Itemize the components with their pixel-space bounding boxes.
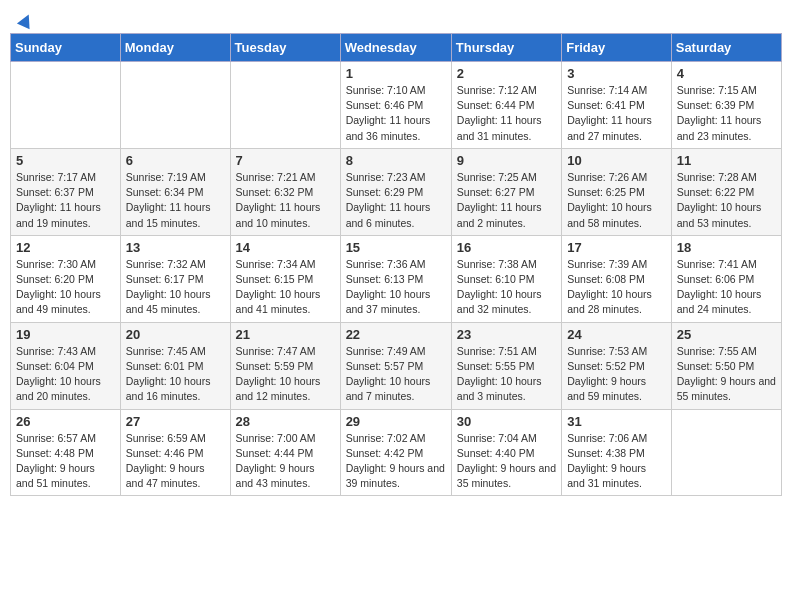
calendar-cell: 19Sunrise: 7:43 AM Sunset: 6:04 PM Dayli… (11, 322, 121, 409)
weekday-header: Wednesday (340, 34, 451, 62)
day-number: 30 (457, 414, 556, 429)
calendar-cell: 20Sunrise: 7:45 AM Sunset: 6:01 PM Dayli… (120, 322, 230, 409)
day-number: 12 (16, 240, 115, 255)
calendar-week-row: 26Sunrise: 6:57 AM Sunset: 4:48 PM Dayli… (11, 409, 782, 496)
day-number: 22 (346, 327, 446, 342)
calendar-cell: 3Sunrise: 7:14 AM Sunset: 6:41 PM Daylig… (562, 62, 672, 149)
day-info: Sunrise: 7:00 AM Sunset: 4:44 PM Dayligh… (236, 431, 335, 492)
calendar-cell: 13Sunrise: 7:32 AM Sunset: 6:17 PM Dayli… (120, 235, 230, 322)
day-number: 17 (567, 240, 666, 255)
day-number: 2 (457, 66, 556, 81)
day-info: Sunrise: 7:10 AM Sunset: 6:46 PM Dayligh… (346, 83, 446, 144)
day-info: Sunrise: 7:15 AM Sunset: 6:39 PM Dayligh… (677, 83, 776, 144)
calendar-cell: 6Sunrise: 7:19 AM Sunset: 6:34 PM Daylig… (120, 148, 230, 235)
day-info: Sunrise: 7:25 AM Sunset: 6:27 PM Dayligh… (457, 170, 556, 231)
day-info: Sunrise: 7:21 AM Sunset: 6:32 PM Dayligh… (236, 170, 335, 231)
day-number: 27 (126, 414, 225, 429)
day-info: Sunrise: 7:51 AM Sunset: 5:55 PM Dayligh… (457, 344, 556, 405)
day-number: 26 (16, 414, 115, 429)
calendar-cell: 7Sunrise: 7:21 AM Sunset: 6:32 PM Daylig… (230, 148, 340, 235)
day-info: Sunrise: 7:02 AM Sunset: 4:42 PM Dayligh… (346, 431, 446, 492)
calendar-week-row: 12Sunrise: 7:30 AM Sunset: 6:20 PM Dayli… (11, 235, 782, 322)
weekday-header: Sunday (11, 34, 121, 62)
day-number: 3 (567, 66, 666, 81)
calendar-cell: 27Sunrise: 6:59 AM Sunset: 4:46 PM Dayli… (120, 409, 230, 496)
calendar-cell: 22Sunrise: 7:49 AM Sunset: 5:57 PM Dayli… (340, 322, 451, 409)
day-info: Sunrise: 7:14 AM Sunset: 6:41 PM Dayligh… (567, 83, 666, 144)
day-number: 23 (457, 327, 556, 342)
calendar-cell (11, 62, 121, 149)
day-info: Sunrise: 7:55 AM Sunset: 5:50 PM Dayligh… (677, 344, 776, 405)
logo (16, 14, 33, 23)
calendar-cell: 21Sunrise: 7:47 AM Sunset: 5:59 PM Dayli… (230, 322, 340, 409)
day-info: Sunrise: 7:34 AM Sunset: 6:15 PM Dayligh… (236, 257, 335, 318)
day-number: 9 (457, 153, 556, 168)
calendar-cell: 25Sunrise: 7:55 AM Sunset: 5:50 PM Dayli… (671, 322, 781, 409)
day-info: Sunrise: 7:38 AM Sunset: 6:10 PM Dayligh… (457, 257, 556, 318)
weekday-header: Friday (562, 34, 672, 62)
calendar-cell: 17Sunrise: 7:39 AM Sunset: 6:08 PM Dayli… (562, 235, 672, 322)
day-number: 6 (126, 153, 225, 168)
calendar-cell: 23Sunrise: 7:51 AM Sunset: 5:55 PM Dayli… (451, 322, 561, 409)
day-info: Sunrise: 7:36 AM Sunset: 6:13 PM Dayligh… (346, 257, 446, 318)
day-info: Sunrise: 7:53 AM Sunset: 5:52 PM Dayligh… (567, 344, 666, 405)
calendar-table: SundayMondayTuesdayWednesdayThursdayFrid… (10, 33, 782, 496)
day-number: 10 (567, 153, 666, 168)
calendar-cell (120, 62, 230, 149)
day-number: 19 (16, 327, 115, 342)
calendar-week-row: 5Sunrise: 7:17 AM Sunset: 6:37 PM Daylig… (11, 148, 782, 235)
day-info: Sunrise: 7:41 AM Sunset: 6:06 PM Dayligh… (677, 257, 776, 318)
calendar-cell: 26Sunrise: 6:57 AM Sunset: 4:48 PM Dayli… (11, 409, 121, 496)
calendar-cell: 24Sunrise: 7:53 AM Sunset: 5:52 PM Dayli… (562, 322, 672, 409)
day-info: Sunrise: 7:30 AM Sunset: 6:20 PM Dayligh… (16, 257, 115, 318)
calendar-week-row: 19Sunrise: 7:43 AM Sunset: 6:04 PM Dayli… (11, 322, 782, 409)
day-info: Sunrise: 7:45 AM Sunset: 6:01 PM Dayligh… (126, 344, 225, 405)
day-info: Sunrise: 7:49 AM Sunset: 5:57 PM Dayligh… (346, 344, 446, 405)
weekday-header: Saturday (671, 34, 781, 62)
day-info: Sunrise: 7:47 AM Sunset: 5:59 PM Dayligh… (236, 344, 335, 405)
day-info: Sunrise: 7:04 AM Sunset: 4:40 PM Dayligh… (457, 431, 556, 492)
calendar-cell: 10Sunrise: 7:26 AM Sunset: 6:25 PM Dayli… (562, 148, 672, 235)
calendar-cell: 31Sunrise: 7:06 AM Sunset: 4:38 PM Dayli… (562, 409, 672, 496)
calendar-cell: 8Sunrise: 7:23 AM Sunset: 6:29 PM Daylig… (340, 148, 451, 235)
calendar-cell: 14Sunrise: 7:34 AM Sunset: 6:15 PM Dayli… (230, 235, 340, 322)
day-number: 11 (677, 153, 776, 168)
calendar-cell: 28Sunrise: 7:00 AM Sunset: 4:44 PM Dayli… (230, 409, 340, 496)
calendar-cell: 2Sunrise: 7:12 AM Sunset: 6:44 PM Daylig… (451, 62, 561, 149)
day-number: 24 (567, 327, 666, 342)
calendar-cell: 29Sunrise: 7:02 AM Sunset: 4:42 PM Dayli… (340, 409, 451, 496)
weekday-header: Thursday (451, 34, 561, 62)
day-number: 5 (16, 153, 115, 168)
day-info: Sunrise: 7:12 AM Sunset: 6:44 PM Dayligh… (457, 83, 556, 144)
day-number: 16 (457, 240, 556, 255)
day-number: 29 (346, 414, 446, 429)
calendar-cell: 12Sunrise: 7:30 AM Sunset: 6:20 PM Dayli… (11, 235, 121, 322)
day-info: Sunrise: 6:57 AM Sunset: 4:48 PM Dayligh… (16, 431, 115, 492)
calendar-week-row: 1Sunrise: 7:10 AM Sunset: 6:46 PM Daylig… (11, 62, 782, 149)
day-number: 8 (346, 153, 446, 168)
calendar-cell (230, 62, 340, 149)
day-info: Sunrise: 7:26 AM Sunset: 6:25 PM Dayligh… (567, 170, 666, 231)
logo-icon (17, 12, 35, 30)
calendar-cell: 30Sunrise: 7:04 AM Sunset: 4:40 PM Dayli… (451, 409, 561, 496)
day-number: 13 (126, 240, 225, 255)
day-info: Sunrise: 7:28 AM Sunset: 6:22 PM Dayligh… (677, 170, 776, 231)
day-number: 21 (236, 327, 335, 342)
calendar-cell: 1Sunrise: 7:10 AM Sunset: 6:46 PM Daylig… (340, 62, 451, 149)
day-number: 7 (236, 153, 335, 168)
day-info: Sunrise: 7:39 AM Sunset: 6:08 PM Dayligh… (567, 257, 666, 318)
day-info: Sunrise: 7:19 AM Sunset: 6:34 PM Dayligh… (126, 170, 225, 231)
calendar-cell: 5Sunrise: 7:17 AM Sunset: 6:37 PM Daylig… (11, 148, 121, 235)
day-info: Sunrise: 7:06 AM Sunset: 4:38 PM Dayligh… (567, 431, 666, 492)
day-number: 31 (567, 414, 666, 429)
page-header (10, 10, 782, 27)
calendar-cell: 15Sunrise: 7:36 AM Sunset: 6:13 PM Dayli… (340, 235, 451, 322)
day-number: 15 (346, 240, 446, 255)
day-number: 20 (126, 327, 225, 342)
day-number: 18 (677, 240, 776, 255)
weekday-header: Tuesday (230, 34, 340, 62)
day-info: Sunrise: 7:43 AM Sunset: 6:04 PM Dayligh… (16, 344, 115, 405)
day-number: 1 (346, 66, 446, 81)
weekday-header: Monday (120, 34, 230, 62)
calendar-header-row: SundayMondayTuesdayWednesdayThursdayFrid… (11, 34, 782, 62)
